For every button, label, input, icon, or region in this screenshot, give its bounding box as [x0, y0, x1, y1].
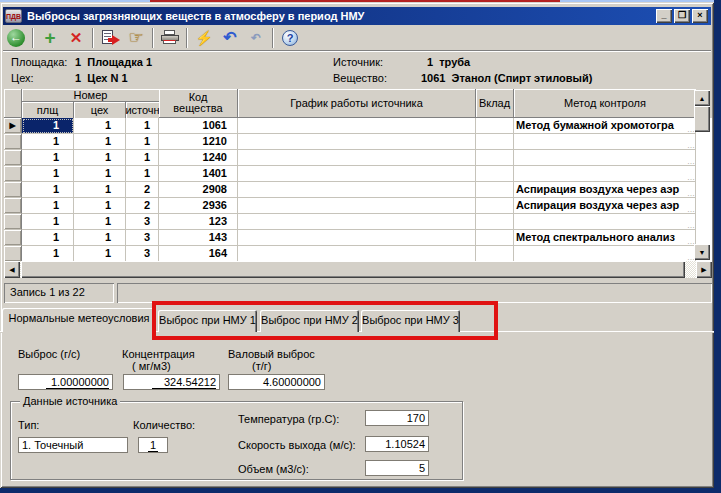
tab-nmu-2[interactable]: Выброс при НМУ 2 — [260, 310, 359, 332]
cell-shop[interactable]: 1 — [74, 182, 126, 198]
cell-source[interactable]: 3 — [126, 230, 159, 246]
back-button[interactable]: ← — [3, 26, 29, 50]
row-marker-icon[interactable]: ▶ — [4, 118, 22, 134]
maximize-button[interactable]: ❒ — [674, 9, 690, 23]
calculate-button[interactable]: ⚡ — [191, 26, 217, 50]
add-record-button[interactable]: + — [37, 26, 63, 50]
export-button[interactable] — [97, 26, 123, 50]
cell-code[interactable]: 2908 — [159, 182, 238, 198]
cell-method[interactable]: … — [514, 166, 696, 182]
cell-source[interactable]: 3 — [126, 214, 159, 230]
table-row[interactable]: 1 1 1 1401 … — [4, 166, 712, 182]
close-button[interactable]: × — [692, 9, 708, 23]
pick-button[interactable]: ☞ — [123, 26, 149, 50]
cell-shop[interactable]: 1 — [74, 246, 126, 261]
cell-site[interactable]: 1 — [22, 230, 74, 246]
cell-site[interactable]: 1 — [22, 182, 74, 198]
help-button[interactable]: ? — [277, 26, 303, 50]
cell-shop[interactable]: 1 — [74, 134, 126, 150]
cell-shop[interactable]: 1 — [74, 198, 126, 214]
horizontal-scrollbar[interactable]: ◀ ▶ — [4, 261, 712, 278]
ellipsis-icon[interactable]: … — [687, 154, 694, 166]
cell-code[interactable]: 1240 — [159, 150, 238, 166]
undo-button[interactable]: ↶ — [217, 26, 243, 50]
cell-code[interactable]: 143 — [159, 230, 238, 246]
cell-site[interactable]: 1 — [22, 134, 74, 150]
ellipsis-icon[interactable]: … — [687, 122, 694, 134]
scroll-down-icon[interactable]: ▼ — [694, 244, 710, 260]
ellipsis-icon[interactable]: … — [687, 250, 694, 261]
table-row[interactable]: 1 1 1 1210 … — [4, 134, 712, 150]
cell-method[interactable]: … — [514, 214, 696, 230]
ellipsis-icon[interactable]: … — [687, 218, 694, 230]
header-schedule-col[interactable]: График работы источника — [238, 89, 476, 118]
concentration-input[interactable]: 324.54212 — [123, 374, 220, 390]
cell-contribution[interactable] — [476, 118, 514, 134]
cell-source[interactable]: 1 — [126, 134, 159, 150]
header-number-group[interactable]: Номер — [22, 89, 159, 102]
header-method-col[interactable]: Метод контроля — [514, 89, 696, 118]
horizontal-scroll-thumb[interactable] — [21, 261, 685, 278]
table-row[interactable]: 1 1 3 143 Метод спектрального анализ… — [4, 230, 712, 246]
cell-method[interactable]: Метод спектрального анализ… — [514, 230, 696, 246]
undo-all-button[interactable]: ↶ — [243, 26, 269, 50]
cell-site[interactable]: 1 — [22, 246, 74, 261]
cell-method[interactable]: … — [514, 246, 696, 261]
scroll-up-icon[interactable]: ▲ — [694, 90, 710, 106]
tab-normal-conditions[interactable]: Нормальные метеоусловия — [2, 308, 156, 332]
type-input[interactable]: 1. Точечный — [18, 437, 128, 453]
cell-code[interactable]: 1061 — [159, 118, 238, 134]
tab-nmu-1[interactable]: Выброс при НМУ 1 — [158, 310, 257, 332]
header-code-col[interactable]: Код вещества — [159, 89, 238, 118]
minimize-button[interactable]: _ — [656, 9, 672, 23]
quantity-input[interactable]: 1 — [138, 437, 168, 453]
gross-emission-input[interactable]: 4.60000000 — [228, 374, 325, 390]
emission-input[interactable]: 1.00000000 — [18, 374, 113, 390]
exit-speed-input[interactable]: 1.10524 — [365, 436, 429, 452]
cell-site[interactable]: 1 — [22, 166, 74, 182]
vertical-scrollbar[interactable]: ▲ ▼ — [694, 90, 710, 260]
print-button[interactable] — [157, 26, 183, 50]
cell-source[interactable]: 1 — [126, 166, 159, 182]
ellipsis-icon[interactable]: … — [687, 170, 694, 182]
cell-source[interactable]: 2 — [126, 198, 159, 214]
cell-shop[interactable]: 1 — [74, 166, 126, 182]
table-row[interactable]: 1 1 3 164 … — [4, 246, 712, 261]
table-row[interactable]: 1 1 3 123 … — [4, 214, 712, 230]
cell-method[interactable]: … — [514, 134, 696, 150]
cell-method[interactable]: Метод бумажной хромотогра… — [514, 118, 696, 134]
cell-shop[interactable]: 1 — [74, 150, 126, 166]
table-row[interactable]: ▶ 1 1 1 1061 Метод бумажной хромотогра… — [4, 118, 712, 134]
temperature-input[interactable]: 170 — [365, 410, 429, 426]
table-row[interactable]: 1 1 2 2908 Аспирация воздуха через аэр… — [4, 182, 712, 198]
cell-source[interactable]: 3 — [126, 246, 159, 261]
title-bar[interactable]: ПДВ Выбросы загрязняющих веществ в атмос… — [3, 7, 711, 25]
cell-method[interactable]: … — [514, 150, 696, 166]
table-row[interactable]: 1 1 1 1240 … — [4, 150, 712, 166]
cell-source[interactable]: 2 — [126, 182, 159, 198]
cell-method[interactable]: Аспирация воздуха через аэр… — [514, 198, 696, 214]
cell-site[interactable]: 1 — [22, 214, 74, 230]
cell-code[interactable]: 1401 — [159, 166, 238, 182]
header-site-col[interactable]: плщ — [22, 102, 74, 118]
table-row[interactable]: 1 1 2 2936 Аспирация воздуха через аэр… — [4, 198, 712, 214]
tab-nmu-3[interactable]: Выброс при НМУ 3 — [361, 310, 460, 332]
cell-shop[interactable]: 1 — [74, 230, 126, 246]
ellipsis-icon[interactable]: … — [687, 234, 694, 246]
ellipsis-icon[interactable]: … — [687, 138, 694, 150]
cell-code[interactable]: 1210 — [159, 134, 238, 150]
delete-record-button[interactable]: ✕ — [63, 26, 89, 50]
cell-shop[interactable]: 1 — [74, 214, 126, 230]
emissions-table[interactable]: Номер плщ цех источн Код вещества График… — [4, 89, 712, 261]
cell-source[interactable]: 1 — [126, 150, 159, 166]
header-contribution-col[interactable]: Вклад — [476, 89, 514, 118]
cell-site[interactable]: 1 — [22, 118, 74, 134]
cell-shop[interactable]: 1 — [74, 118, 126, 134]
cell-source[interactable]: 1 — [126, 118, 159, 134]
ellipsis-icon[interactable]: … — [687, 186, 694, 198]
cell-code[interactable]: 123 — [159, 214, 238, 230]
cell-code[interactable]: 2936 — [159, 198, 238, 214]
cell-site[interactable]: 1 — [22, 150, 74, 166]
cell-schedule[interactable] — [238, 118, 476, 134]
cell-code[interactable]: 164 — [159, 246, 238, 261]
